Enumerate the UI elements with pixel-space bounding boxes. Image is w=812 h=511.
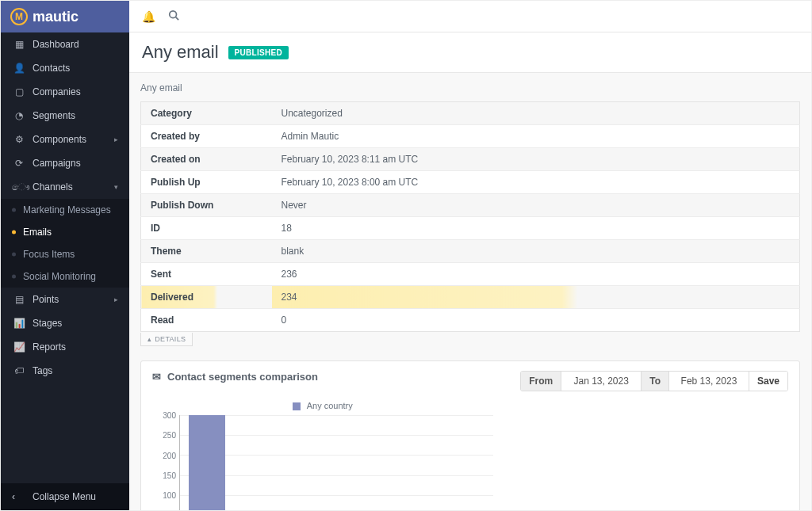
detail-value: February 10, 2023 8:00 am UTC [272, 171, 800, 194]
collapse-menu-label: Collapse Menu [33, 491, 96, 502]
detail-row: Publish UpFebruary 10, 2023 8:00 am UTC [141, 171, 800, 194]
sidebar-item-tags[interactable]: 🏷Tags [1, 359, 129, 383]
details-toggle[interactable]: ▴ DETAILS [140, 333, 193, 346]
sidebar-item-label: Campaigns [33, 158, 81, 169]
sidebar-subitem-marketing-messages[interactable]: Marketing Messages [1, 199, 129, 221]
search-icon[interactable] [168, 10, 179, 23]
chart-legend: Any country [152, 398, 493, 415]
nav-icon: ⟳ [12, 158, 26, 169]
detail-value: 0 [272, 309, 800, 332]
detail-table: CategoryUncategorizedCreated byAdmin Mau… [140, 101, 800, 332]
detail-value: 236 [272, 263, 800, 286]
nav-icon: ⚙ [12, 134, 26, 145]
y-tick: 300 [163, 411, 176, 420]
detail-label: ID [141, 217, 272, 240]
sidebar-item-label: Points [33, 294, 59, 305]
sidebar-item-contacts[interactable]: 👤Contacts [1, 56, 129, 80]
y-tick: 100 [163, 491, 176, 500]
sidebar-subitem-focus-items[interactable]: Focus Items [1, 243, 129, 265]
svg-point-0 [170, 11, 177, 18]
nav-icon: 📊 [12, 318, 26, 329]
detail-value: Admin Mautic [272, 125, 800, 148]
nav-icon: 👤 [12, 63, 26, 74]
segments-chart: Any country 050100150200250300 Email sen… [152, 398, 493, 510]
detail-value: blank [272, 240, 800, 263]
detail-row: Created byAdmin Mautic [141, 125, 800, 148]
to-date-input[interactable] [677, 376, 741, 387]
sidebar-item-companies[interactable]: ▢Companies [1, 80, 129, 104]
detail-row: Read0 [141, 309, 800, 332]
detail-row: Themeblank [141, 240, 800, 263]
detail-label: Publish Up [141, 171, 272, 194]
y-tick: 150 [163, 471, 176, 480]
status-badge: PUBLISHED [228, 46, 289, 59]
notifications-icon[interactable]: 🔔 [142, 10, 155, 23]
main-nav: ▦Dashboard👤Contacts▢Companies◔Segments⚙C… [1, 32, 129, 483]
detail-row: Sent236 [141, 263, 800, 286]
save-button[interactable]: Save [749, 372, 787, 391]
brand-logo[interactable]: M mautic [1, 1, 129, 32]
sidebar: M mautic ▦Dashboard👤Contacts▢Companies◔S… [1, 1, 129, 510]
topbar: 🔔 [129, 1, 811, 32]
nav-icon: ◔ [12, 110, 26, 121]
detail-label: Publish Down [141, 194, 272, 217]
segments-panel-title: Contact segments comparison [167, 371, 318, 383]
detail-value: February 10, 2023 8:11 am UTC [272, 148, 800, 171]
chevron-down-icon: ▾ [114, 183, 118, 191]
sidebar-item-dashboard[interactable]: ▦Dashboard [1, 32, 129, 56]
to-label: To [641, 372, 668, 391]
detail-value: Uncategorized [272, 102, 800, 125]
sidebar-item-channels[interactable]: ෞChannels▾ [1, 175, 129, 199]
y-tick: 200 [163, 451, 176, 460]
details-toggle-label: DETAILS [155, 335, 186, 343]
nav-icon: ▢ [12, 86, 26, 97]
from-label: From [521, 372, 561, 391]
nav-icon: ▤ [12, 294, 26, 305]
sidebar-item-campaigns[interactable]: ⟳Campaigns [1, 151, 129, 175]
sidebar-subitem-emails[interactable]: Emails [1, 221, 129, 243]
detail-label: Read [141, 309, 272, 332]
detail-label: Sent [141, 263, 272, 286]
detail-label: Delivered [141, 286, 272, 309]
sidebar-item-reports[interactable]: 📈Reports [1, 335, 129, 359]
sidebar-item-label: Emails [23, 227, 52, 238]
detail-label: Created by [141, 125, 272, 148]
nav-icon: ෞ [12, 181, 26, 193]
sidebar-item-label: Channels [33, 181, 73, 193]
sidebar-item-label: Dashboard [33, 39, 79, 50]
sidebar-item-points[interactable]: ▤Points▸ [1, 288, 129, 311]
sidebar-item-label: Reports [33, 341, 66, 353]
detail-row: Delivered234 [141, 286, 800, 309]
sidebar-item-stages[interactable]: 📊Stages [1, 311, 129, 335]
sidebar-item-label: Social Monitoring [23, 271, 96, 282]
from-date-input[interactable] [569, 376, 633, 387]
detail-row: ID18 [141, 217, 800, 240]
chevron-up-icon: ▴ [147, 335, 151, 343]
date-range: From To Save [520, 371, 788, 391]
sidebar-subitem-social-monitoring[interactable]: Social Monitoring [1, 265, 129, 288]
brand-name: mautic [33, 9, 79, 25]
collapse-menu[interactable]: ‹ Collapse Menu [1, 483, 129, 510]
title-row: Any email PUBLISHED [129, 32, 811, 73]
nav-icon: ▦ [12, 39, 26, 50]
sidebar-item-label: Focus Items [23, 249, 75, 260]
svg-line-1 [176, 17, 179, 21]
y-tick: 250 [163, 431, 176, 440]
sidebar-item-label: Companies [33, 86, 81, 97]
legend-swatch [293, 402, 301, 410]
detail-value: Never [272, 194, 800, 217]
sidebar-item-label: Tags [33, 365, 52, 376]
sidebar-item-components[interactable]: ⚙Components▸ [1, 128, 129, 151]
detail-label: Created on [141, 148, 272, 171]
segments-panel: From To Save ✉ Contact segments comparis… [140, 360, 800, 510]
sidebar-item-label: Marketing Messages [23, 204, 111, 215]
detail-row: Created onFebruary 10, 2023 8:11 am UTC [141, 148, 800, 171]
detail-label: Theme [141, 240, 272, 263]
main-content: 🔔 Any email PUBLISHED Any email Category… [129, 1, 811, 510]
sidebar-item-segments[interactable]: ◔Segments [1, 104, 129, 128]
detail-value: 18 [272, 217, 800, 240]
detail-row: Publish DownNever [141, 194, 800, 217]
legend-label: Any country [307, 401, 353, 410]
detail-value: 234 [272, 286, 800, 309]
envelope-icon: ✉ [152, 371, 161, 383]
